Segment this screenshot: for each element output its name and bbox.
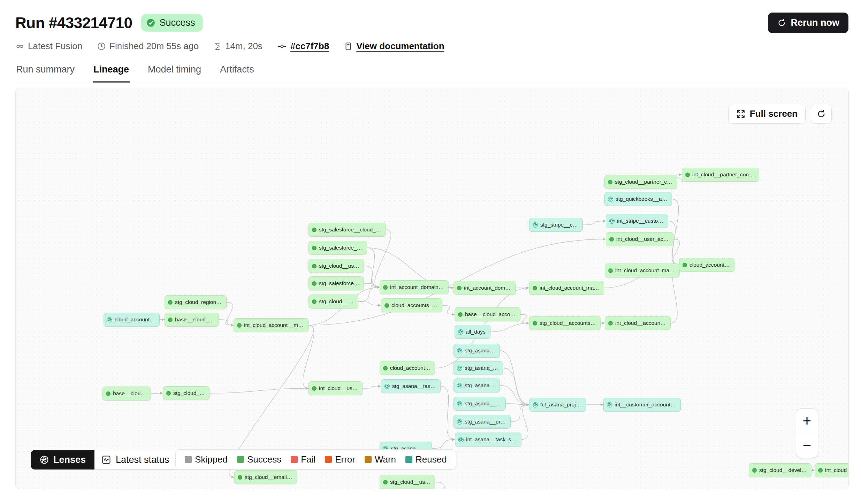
graph-node[interactable]: stg_salesforce… <box>308 276 364 290</box>
legend-swatch <box>237 456 244 463</box>
graph-node[interactable]: ⟳stg_asana… <box>454 344 500 358</box>
refresh-canvas-button[interactable] <box>811 104 832 124</box>
node-label: cloud_account… <box>115 316 155 323</box>
graph-node[interactable]: stg_cloud__partner_c… <box>604 175 677 189</box>
graph-node[interactable]: ⟳stg_quickbooks__a… <box>604 192 672 206</box>
graph-node[interactable]: stg_cloud__us… <box>308 259 364 273</box>
expand-icon <box>736 109 745 119</box>
graph-node[interactable]: ⟳int__customer_account… <box>603 398 681 412</box>
reused-icon: ⟳ <box>384 384 390 389</box>
success-dot-icon <box>106 391 111 396</box>
latest-status-dropdown[interactable]: Latest status <box>94 450 189 469</box>
status-badge-label: Success <box>159 17 195 28</box>
graph-node[interactable]: int_cloud_account_ma… <box>529 281 604 295</box>
success-dot-icon <box>609 237 614 242</box>
graph-node[interactable]: int_cloud__user_ac… <box>606 232 673 246</box>
graph-node[interactable]: int_cloud_account_ma… <box>605 264 680 277</box>
graph-node[interactable]: stg_cloud__email… <box>234 470 297 484</box>
node-label: int_cloud_account_ma… <box>615 267 675 274</box>
node-label: stg_salesforce… <box>319 280 359 287</box>
graph-node[interactable]: ⟳int_asana__task_s… <box>455 433 521 446</box>
zoom-in-button[interactable]: + <box>796 409 818 433</box>
lineage-canvas[interactable]: int_cloud__partner_con…stg_cloud__partne… <box>15 88 849 489</box>
graph-node[interactable]: stg_cloud_region… <box>165 295 227 309</box>
commit-link[interactable]: #cc7f7b8 <box>277 41 329 52</box>
reused-icon: ⟳ <box>457 383 462 388</box>
tab-lineage[interactable]: Lineage <box>93 61 130 83</box>
success-dot-icon <box>238 475 242 480</box>
legend-item: Skipped <box>185 454 228 465</box>
view-documentation-link[interactable]: View documentation <box>344 41 444 52</box>
graph-node[interactable]: ⟳fct_asana_proj… <box>529 398 586 412</box>
graph-node[interactable]: stg_cloud__… <box>308 295 358 308</box>
zoom-out-button[interactable]: − <box>796 433 818 458</box>
full-screen-label: Full screen <box>750 108 798 119</box>
graph-node[interactable]: stg_salesforce_… <box>308 241 367 255</box>
node-label: int_cloud__partner_con… <box>692 171 754 178</box>
success-dot-icon <box>383 285 388 290</box>
graph-node[interactable]: ⟳cloud_account… <box>104 313 160 327</box>
legend-label: Success <box>247 454 281 465</box>
graph-node[interactable]: cloud_account… <box>380 361 435 375</box>
tab-model-timing[interactable]: Model timing <box>147 61 202 83</box>
graph-node[interactable]: ⟳int_stripe__custo… <box>606 214 668 228</box>
graph-node[interactable]: ⟳stg_asana__tas… <box>381 379 441 393</box>
legend-item: Warn <box>365 454 396 465</box>
graph-node[interactable]: int_cloud__us… <box>308 381 363 395</box>
graph-node[interactable]: cloud_accounts_… <box>381 298 442 312</box>
graph-node[interactable]: int_account_domain… <box>380 280 449 294</box>
document-icon <box>344 42 353 51</box>
graph-node[interactable]: cloud_account… <box>679 258 734 272</box>
latest-fusion-meta: Latest Fusion <box>15 41 82 52</box>
legend-item: Success <box>237 454 281 465</box>
graph-node[interactable]: int_cloud__accoun… <box>605 316 671 330</box>
node-label: all_days <box>466 329 486 335</box>
success-dot-icon <box>168 300 173 305</box>
graph-node[interactable]: int_account_dom… <box>454 281 516 295</box>
node-label: stg_quickbooks__a… <box>616 196 667 202</box>
check-circle-icon <box>146 18 155 28</box>
hourglass-icon <box>213 42 222 51</box>
graph-node[interactable]: ⟳stg_stripe__c… <box>529 218 583 232</box>
node-label: cloud_accounts_… <box>391 302 437 308</box>
graph-node[interactable]: stg_salesforce__cloud_… <box>308 223 386 237</box>
tab-artifacts[interactable]: Artifacts <box>219 61 255 83</box>
success-dot-icon <box>683 263 687 267</box>
tab-run-summary[interactable]: Run summary <box>15 61 75 83</box>
graph-node[interactable]: stg_cloud__accounts… <box>529 316 601 330</box>
legend-label: Fail <box>301 454 315 465</box>
rerun-now-button[interactable]: Rerun now <box>768 13 849 33</box>
success-dot-icon <box>168 318 173 322</box>
success-dot-icon <box>237 323 242 328</box>
node-label: stg_cloud__… <box>319 298 353 305</box>
graph-node[interactable]: int_cloud__partner_con… <box>682 168 759 182</box>
graph-node[interactable]: base__clou… <box>102 387 151 400</box>
node-label: int_stripe__custo… <box>617 218 663 224</box>
graph-node[interactable]: stg_cloud__devel… <box>749 463 812 477</box>
graph-node[interactable]: ⟳stg_asana… <box>454 379 500 392</box>
graph-node[interactable]: int_cloud__devel… <box>815 463 849 477</box>
graph-node[interactable]: stg_cloud__us… <box>380 475 435 489</box>
graph-node[interactable]: ⟳stg_asana_… <box>454 361 503 375</box>
node-label: cloud_account… <box>390 365 430 371</box>
graph-node[interactable]: stg_cloud_… <box>163 386 209 400</box>
graph-node[interactable]: int_cloud_account__m… <box>234 318 308 332</box>
zoom-control: + − <box>796 408 818 458</box>
node-label: stg_asana… <box>465 348 495 354</box>
node-label: stg_cloud__partner_c… <box>615 179 672 185</box>
graph-node[interactable]: ⟳all_days <box>455 325 490 339</box>
clock-icon <box>97 42 106 51</box>
graph-node[interactable]: ⟳stg_asana__… <box>454 397 506 411</box>
legend-item: Reused <box>405 454 447 465</box>
legend-swatch <box>325 456 332 463</box>
graph-node[interactable]: ⟳stg_asana__pr… <box>454 415 511 429</box>
success-dot-icon <box>166 391 171 396</box>
full-screen-button[interactable]: Full screen <box>728 104 806 124</box>
lenses-button[interactable]: Lenses <box>31 450 94 469</box>
graph-node[interactable]: base__cloud_… <box>165 313 219 327</box>
reused-icon: ⟳ <box>457 419 462 425</box>
graph-node[interactable]: base__cloud_acco… <box>455 307 520 321</box>
success-dot-icon <box>608 321 613 326</box>
node-label: int_account_dom… <box>464 285 511 291</box>
legend-swatch <box>405 456 412 463</box>
